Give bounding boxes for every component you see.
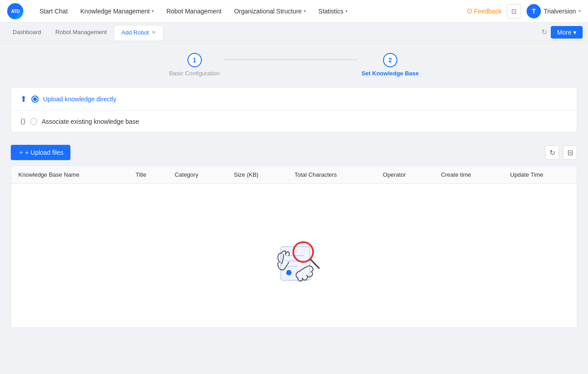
filter-button[interactable]: ⊟ xyxy=(563,145,577,160)
upload-cloud-icon: ⬆ xyxy=(20,94,27,104)
tab-bar-actions: ↻ More ▾ xyxy=(541,26,583,39)
logo-icon: ATD xyxy=(7,3,23,19)
col-update-time: Update Time xyxy=(503,166,577,184)
option-upload-direct[interactable]: ⬆ Upload knowledge directly xyxy=(11,88,577,111)
col-total-chars: Total Characters xyxy=(287,166,375,184)
nav-robot-management[interactable]: Robot Management xyxy=(161,5,227,17)
svg-point-4 xyxy=(286,270,292,275)
col-operator: Operator xyxy=(376,166,434,184)
radio-upload-direct[interactable] xyxy=(31,96,39,103)
empty-illustration xyxy=(258,220,330,291)
upload-files-button[interactable]: ＋ + Upload files xyxy=(11,145,70,160)
main-content: 1 Basic Configuration 2 Set Knowledge Ba… xyxy=(0,42,588,374)
chat-icon: ⊡ xyxy=(511,8,517,15)
step-2-circle: 2 xyxy=(383,53,397,67)
toolbar-right: ↻ ⊟ xyxy=(545,145,577,160)
knowledge-table: Knowledge Base Name Title Category Size … xyxy=(11,166,577,327)
col-size: Size (KB) xyxy=(226,166,287,184)
refresh-table-button[interactable]: ↻ xyxy=(545,145,559,160)
nav-statistics[interactable]: Statistics ▾ xyxy=(313,5,353,17)
option-associate[interactable]: ⟨⟩ Associate existing knowledge base xyxy=(11,111,577,132)
nav-start-chat[interactable]: Start Chat xyxy=(34,5,73,17)
step-1: 1 Basic Configuration xyxy=(169,53,220,77)
plus-icon: ＋ xyxy=(18,148,24,157)
nav-items: Start Chat Knowledge Management ▾ Robot … xyxy=(34,5,466,17)
options-panel: ⬆ Upload knowledge directly ⟨⟩ Associate… xyxy=(11,87,577,132)
step-connector xyxy=(223,59,358,60)
step-2: 2 Set Knowledge Base xyxy=(362,53,419,77)
chat-icon-button[interactable]: ⊡ xyxy=(507,4,521,18)
radio-associate[interactable] xyxy=(30,118,37,125)
data-table-container: Knowledge Base Name Title Category Size … xyxy=(11,165,577,328)
top-nav: ATD Start Chat Knowledge Management ▾ Ro… xyxy=(0,0,588,22)
chevron-down-icon: ▾ xyxy=(152,9,154,13)
nav-right: ⊙ Feedback ⊡ T Trialversion ▾ xyxy=(466,4,581,18)
nav-knowledge-management[interactable]: Knowledge Management ▾ xyxy=(75,5,159,17)
col-create-time: Create time xyxy=(434,166,503,184)
avatar: T xyxy=(527,4,541,18)
chevron-down-icon: ▾ xyxy=(304,9,306,13)
tab-close-icon[interactable]: ✕ xyxy=(152,30,156,35)
nav-org-structure[interactable]: Organizational Structure ▾ xyxy=(229,5,311,17)
share-icon: ⟨⟩ xyxy=(20,117,26,126)
tab-bar: Dashboard Robot Management Add Robot ✕ ↻… xyxy=(0,22,588,42)
step-2-label: Set Knowledge Base xyxy=(362,70,419,77)
chevron-down-icon: ▾ xyxy=(573,29,576,36)
refresh-icon[interactable]: ↻ xyxy=(541,28,547,36)
question-icon: ⊙ xyxy=(466,7,472,15)
refresh-icon: ↻ xyxy=(549,148,555,157)
col-category: Category xyxy=(167,166,226,184)
stepper: 1 Basic Configuration 2 Set Knowledge Ba… xyxy=(11,53,577,77)
chevron-down-icon: ▾ xyxy=(345,9,348,13)
tab-robot-management[interactable]: Robot Management xyxy=(48,25,114,39)
tab-dashboard[interactable]: Dashboard xyxy=(5,25,48,39)
more-button[interactable]: More ▾ xyxy=(551,26,583,39)
feedback-button[interactable]: ⊙ Feedback xyxy=(466,7,501,15)
empty-state xyxy=(11,184,577,327)
step-1-circle: 1 xyxy=(187,53,202,67)
logo[interactable]: ATD xyxy=(7,3,23,19)
tab-add-robot[interactable]: Add Robot ✕ xyxy=(114,25,163,40)
user-menu[interactable]: T Trialversion ▾ xyxy=(527,4,581,18)
step-1-label: Basic Configuration xyxy=(169,70,220,77)
col-kb-name: Knowledge Base Name xyxy=(11,166,128,184)
col-title: Title xyxy=(128,166,167,184)
filter-icon: ⊟ xyxy=(567,148,573,157)
chevron-down-icon: ▾ xyxy=(579,9,581,13)
table-toolbar: ＋ + Upload files ↻ ⊟ xyxy=(11,139,577,165)
